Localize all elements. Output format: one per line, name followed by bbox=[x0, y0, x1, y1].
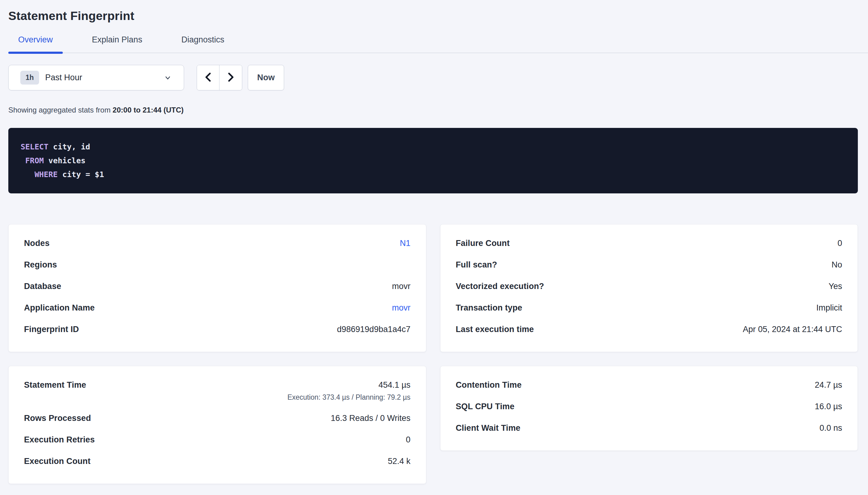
row-value: d986919d9ba1a4c7 bbox=[337, 324, 411, 335]
row-value: No bbox=[831, 259, 842, 270]
application-name-link[interactable]: movr bbox=[392, 303, 411, 313]
aggregated-stats-prefix: Showing aggregated stats from bbox=[8, 106, 113, 114]
next-time-button[interactable] bbox=[219, 65, 242, 90]
row-label: Transaction type bbox=[456, 303, 522, 313]
row-label: Full scan? bbox=[456, 259, 497, 270]
application-name-row: Application Name movr bbox=[24, 303, 411, 313]
timing-card-left: Statement Time 454.1 µs Execution: 373.4… bbox=[8, 366, 426, 484]
tab-diagnostics[interactable]: Diagnostics bbox=[171, 35, 234, 53]
row-label: Vectorized execution? bbox=[456, 281, 544, 291]
aggregated-stats-text: Showing aggregated stats from 20:00 to 2… bbox=[8, 106, 858, 114]
time-interval-badge: 1h bbox=[20, 71, 39, 85]
statement-time-breakdown: Execution: 373.4 µs / Planning: 79.2 µs bbox=[288, 393, 411, 402]
statement-time-values: 454.1 µs Execution: 373.4 µs / Planning:… bbox=[288, 380, 411, 402]
overview-card-left: Nodes N1 Regions Database movr Applicati… bbox=[8, 224, 426, 352]
vectorized-execution-row: Vectorized execution? Yes bbox=[456, 281, 842, 291]
statement-time-row: Statement Time 454.1 µs Execution: 373.4… bbox=[24, 380, 411, 402]
overview-card-right: Failure Count 0 Full scan? No Vectorized… bbox=[440, 224, 858, 352]
row-value: Implicit bbox=[816, 303, 842, 313]
row-label: Application Name bbox=[24, 303, 95, 313]
row-label: Statement Time bbox=[24, 380, 86, 390]
chevron-left-icon bbox=[204, 72, 212, 84]
execution-count-row: Execution Count 52.4 k bbox=[24, 456, 411, 466]
rows-processed-row: Rows Processed 16.3 Reads / 0 Writes bbox=[24, 413, 411, 423]
row-label: Execution Count bbox=[24, 456, 91, 466]
tabs-bar: Overview Explain Plans Diagnostics bbox=[8, 35, 868, 53]
chevron-down-icon bbox=[163, 73, 172, 82]
row-value: 454.1 µs bbox=[378, 380, 410, 390]
tab-explain-plans[interactable]: Explain Plans bbox=[82, 35, 152, 53]
row-label: Fingerprint ID bbox=[24, 324, 79, 335]
row-label: Client Wait Time bbox=[456, 423, 521, 433]
row-value: 0 bbox=[406, 434, 410, 445]
failure-count-row: Failure Count 0 bbox=[456, 238, 842, 249]
sql-keyword: FROM bbox=[25, 156, 44, 165]
prev-time-button[interactable] bbox=[197, 65, 219, 90]
aggregated-stats-range: 20:00 to 21:44 (UTC) bbox=[113, 106, 184, 114]
tab-overview[interactable]: Overview bbox=[8, 35, 63, 53]
row-value: 0 bbox=[837, 238, 842, 249]
sql-keyword: WHERE bbox=[34, 170, 58, 179]
row-label: Contention Time bbox=[456, 380, 522, 390]
summary-cards-grid: Nodes N1 Regions Database movr Applicati… bbox=[8, 224, 858, 490]
last-execution-time-row: Last execution time Apr 05, 2024 at 21:4… bbox=[456, 324, 842, 335]
row-label: Execution Retries bbox=[24, 434, 95, 445]
row-value: 16.0 µs bbox=[815, 401, 842, 412]
chevron-right-icon bbox=[227, 72, 235, 84]
row-label: Nodes bbox=[24, 238, 50, 249]
statement-fingerprint-page: Statement Fingerprint Overview Explain P… bbox=[0, 0, 868, 490]
row-label: Regions bbox=[24, 259, 57, 270]
row-label: Last execution time bbox=[456, 324, 534, 335]
row-value: movr bbox=[392, 281, 411, 291]
row-label: Rows Processed bbox=[24, 413, 91, 423]
row-value: 24.7 µs bbox=[815, 380, 842, 390]
execution-retries-row: Execution Retries 0 bbox=[24, 434, 411, 445]
sql-cpu-time-row: SQL CPU Time 16.0 µs bbox=[456, 401, 842, 412]
fingerprint-id-row: Fingerprint ID d986919d9ba1a4c7 bbox=[24, 324, 411, 335]
row-value: Yes bbox=[829, 281, 842, 291]
nodes-link[interactable]: N1 bbox=[400, 238, 411, 249]
time-step-button-group bbox=[197, 65, 242, 90]
database-row: Database movr bbox=[24, 281, 411, 291]
time-range-label: Past Hour bbox=[45, 73, 82, 82]
row-value: 16.3 Reads / 0 Writes bbox=[331, 413, 410, 423]
sql-keyword: SELECT bbox=[21, 142, 48, 151]
client-wait-time-row: Client Wait Time 0.0 ns bbox=[456, 423, 842, 433]
row-value: 0.0 ns bbox=[819, 423, 842, 433]
nodes-row: Nodes N1 bbox=[24, 238, 411, 249]
page-title: Statement Fingerprint bbox=[8, 9, 858, 23]
time-range-dropdown[interactable]: 1h Past Hour bbox=[8, 65, 184, 90]
row-label: Database bbox=[24, 281, 61, 291]
regions-row: Regions bbox=[24, 259, 411, 270]
row-label: SQL CPU Time bbox=[456, 401, 515, 412]
transaction-type-row: Transaction type Implicit bbox=[456, 303, 842, 313]
row-value: 52.4 k bbox=[388, 456, 411, 466]
sql-statement-box: SELECT city, id FROM vehicles WHERE city… bbox=[8, 128, 858, 193]
now-button[interactable]: Now bbox=[248, 65, 284, 90]
row-label: Failure Count bbox=[456, 238, 510, 249]
timing-card-right: Contention Time 24.7 µs SQL CPU Time 16.… bbox=[440, 366, 858, 451]
contention-time-row: Contention Time 24.7 µs bbox=[456, 380, 842, 390]
row-value: Apr 05, 2024 at 21:44 UTC bbox=[743, 324, 842, 335]
sql-statement-text: SELECT city, id FROM vehicles WHERE city… bbox=[21, 140, 846, 182]
full-scan-row: Full scan? No bbox=[456, 259, 842, 270]
time-controls-row: 1h Past Hour bbox=[8, 65, 858, 90]
